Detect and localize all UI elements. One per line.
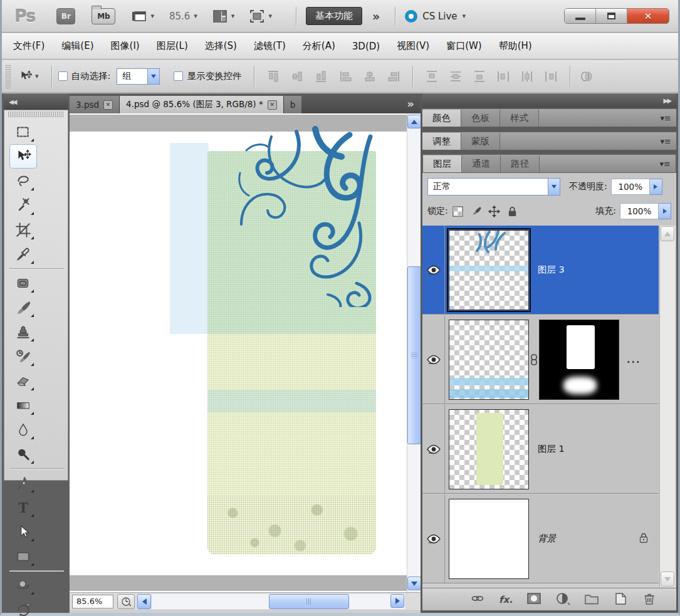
lock-position-button[interactable] [488, 206, 500, 217]
tab-overflow-chevron[interactable]: » [407, 97, 414, 110]
workspace-overflow-chevron[interactable]: » [372, 9, 380, 23]
tab-color[interactable]: 颜色 [422, 110, 461, 127]
lock-pixels-button[interactable] [470, 206, 482, 217]
brush-tool-button[interactable] [9, 295, 37, 320]
align-bottom-edges-button[interactable] [313, 69, 328, 84]
distribute-top-edges-button[interactable] [424, 69, 439, 84]
launch-bridge-button[interactable]: Br [56, 8, 75, 24]
layer-thumbnail[interactable] [449, 409, 529, 489]
scroll-right-button[interactable] [390, 594, 404, 608]
panel-menu-icon[interactable]: ▾≡ [660, 159, 671, 169]
layer-row-masked[interactable]: ... [422, 315, 659, 404]
auto-select-target-dropdown[interactable]: 组 [117, 68, 160, 85]
layers-scroll-down-button[interactable] [661, 572, 674, 587]
add-mask-button[interactable] [526, 592, 541, 607]
layer-style-button[interactable]: fx. [499, 594, 513, 605]
align-horizontal-centers-button[interactable] [362, 69, 377, 84]
document-tab-active[interactable]: 4.psd @ 85.6% (图层 3, RGB/8) * ✕ [120, 96, 284, 113]
eyedropper-tool-button[interactable] [9, 242, 37, 266]
canvas-viewport[interactable] [70, 113, 421, 592]
blend-mode-dropdown[interactable]: 正常 [427, 178, 560, 196]
opacity-value-field[interactable]: 100% [611, 179, 650, 195]
healing-patch-tool-button[interactable] [9, 271, 37, 295]
menu-help[interactable]: 帮助(H) [499, 40, 532, 52]
vertical-scrollbar[interactable] [407, 113, 421, 592]
tab-adjustments[interactable]: 调整 [422, 133, 461, 150]
gradient-tool-button[interactable] [9, 393, 37, 417]
menu-edit[interactable]: 编辑(E) [61, 40, 93, 52]
magic-wand-tool-button[interactable] [9, 193, 37, 217]
app-bar[interactable]: Ps Br Mb ▾ 85.6 ▾ ▾ [2, 0, 678, 33]
tab-channels[interactable]: 通道 [462, 155, 501, 172]
vertical-scrollbar-thumb[interactable] [407, 266, 421, 444]
lock-transparency-button[interactable] [452, 206, 464, 217]
visibility-toggle[interactable] [422, 226, 445, 314]
layer-row-layer1[interactable]: 图层 1 [422, 405, 659, 494]
layers-scroll-up-button[interactable] [661, 226, 674, 241]
status-info-button[interactable] [117, 594, 135, 609]
tab-swatches[interactable]: 色板 [461, 110, 500, 127]
horizontal-scrollbar[interactable] [137, 594, 419, 609]
menu-filter[interactable]: 滤镜(T) [254, 40, 286, 52]
tools-collapse-bar[interactable]: ◀◀ [4, 93, 68, 110]
type-tool-button[interactable]: T [9, 495, 37, 519]
scroll-down-button[interactable] [407, 577, 421, 590]
menu-file[interactable]: 文件(F) [13, 40, 44, 52]
panel-menu-icon[interactable]: ▾≡ [661, 113, 671, 123]
show-transform-checkbox[interactable] [174, 71, 183, 81]
layer-thumbnail[interactable] [449, 320, 529, 400]
document-canvas[interactable] [70, 132, 405, 575]
cs-live-button[interactable]: CS Live ▾ [405, 10, 466, 23]
align-left-edges-button[interactable] [338, 69, 353, 84]
menu-window[interactable]: 窗口(W) [446, 40, 482, 52]
toolbox-grip[interactable] [8, 112, 64, 117]
layer-name[interactable]: 图层 1 [538, 443, 565, 455]
fill-slider-button[interactable] [659, 203, 671, 219]
menu-image[interactable]: 图像(I) [111, 40, 140, 52]
screen-mode-button[interactable]: ▾ [249, 9, 272, 23]
visibility-toggle[interactable] [422, 494, 445, 583]
distribute-left-edges-button[interactable] [496, 69, 511, 84]
tab-paths[interactable]: 路径 [501, 155, 540, 172]
status-zoom-field[interactable]: 85.6% [72, 595, 113, 608]
shape-tool-button[interactable] [9, 544, 37, 568]
document-tab-inactive[interactable]: 3.psd ✕ [70, 96, 120, 113]
marquee-tool-button[interactable] [9, 120, 37, 144]
lasso-tool-button[interactable] [9, 169, 37, 193]
options-bar-grip[interactable] [6, 65, 11, 88]
fill-value-field[interactable]: 100% [620, 203, 659, 219]
move-tool-button[interactable] [9, 144, 37, 169]
adjustment-layer-button[interactable] [555, 592, 570, 607]
blur-tool-button[interactable] [9, 417, 37, 442]
distribute-horizontal-centers-button[interactable] [520, 69, 535, 84]
dodge-tool-button[interactable] [9, 442, 37, 466]
history-brush-tool-button[interactable] [9, 344, 37, 368]
dropdown-button[interactable] [548, 179, 560, 195]
close-button[interactable]: ✕ [627, 9, 669, 23]
pen-tool-button[interactable] [9, 471, 37, 495]
current-tool-indicator[interactable]: ▾ [16, 70, 45, 83]
new-layer-button[interactable] [613, 592, 628, 607]
align-top-edges-button[interactable] [266, 69, 281, 84]
layer-thumbnail[interactable] [449, 499, 529, 579]
3d-roll-tool-button[interactable] [9, 597, 37, 616]
panel-menu-icon[interactable]: ▾≡ [661, 137, 671, 146]
menu-layer[interactable]: 图层(L) [157, 40, 188, 52]
view-extras-button[interactable]: ▾ [132, 10, 154, 23]
align-vertical-centers-button[interactable] [290, 69, 305, 84]
auto-align-layers-button[interactable] [579, 69, 594, 84]
align-right-edges-button[interactable] [386, 69, 401, 84]
layer-row-layer3[interactable]: 图层 3 [422, 226, 659, 315]
lock-all-button[interactable] [506, 206, 518, 217]
link-layers-button[interactable] [470, 592, 485, 607]
menu-3d[interactable]: 3D(D) [352, 41, 380, 52]
3d-rotate-tool-button[interactable] [9, 573, 37, 597]
minimize-button[interactable] [565, 9, 596, 23]
visibility-toggle[interactable] [422, 315, 445, 404]
opacity-slider-button[interactable] [650, 179, 662, 195]
tab-close-button[interactable]: ✕ [103, 100, 113, 110]
layer-name[interactable]: ... [627, 355, 641, 365]
zoom-level-control[interactable]: 85.6 ▾ [169, 11, 197, 22]
tab-styles[interactable]: 样式 [500, 110, 539, 127]
arrange-documents-button[interactable]: ▾ [212, 9, 235, 23]
